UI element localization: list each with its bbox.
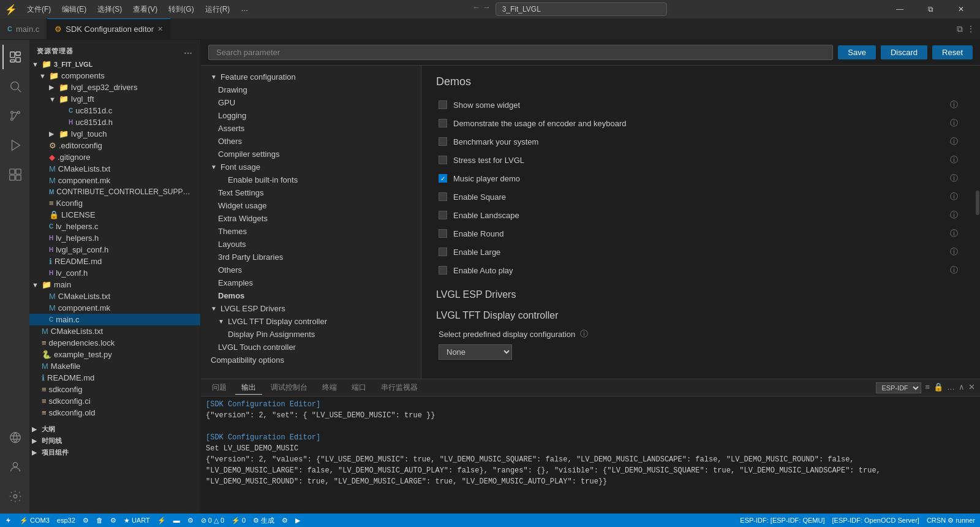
status-trash[interactable]: 🗑 xyxy=(96,517,103,524)
activity-search[interactable] xyxy=(2,74,27,99)
tree-item-lv-helpers-c[interactable]: ▶ C lv_helpers.c xyxy=(29,221,200,232)
terminal-tab-debug[interactable]: 调试控制台 xyxy=(265,381,314,394)
more-actions-icon[interactable]: ⋮ xyxy=(967,24,975,34)
activity-explorer[interactable] xyxy=(2,45,27,69)
checkbox-enable-autoplay[interactable] xyxy=(439,266,447,275)
tab-close-sdk[interactable]: ✕ xyxy=(157,25,163,33)
tree-item-sdkconfig-ci[interactable]: ▶ ≡ sdkconfig.ci xyxy=(29,395,200,407)
tree-item-component-mk[interactable]: ▶ M component.mk xyxy=(29,175,200,186)
activity-account[interactable] xyxy=(2,455,27,479)
tree-item-uc8151d-h[interactable]: ▶ H uc8151d.h xyxy=(29,116,200,128)
activity-extensions[interactable] xyxy=(2,162,27,187)
info-stress-test[interactable]: ⓘ xyxy=(950,154,958,165)
discard-button[interactable]: Discard xyxy=(881,45,927,59)
nav-forward-btn[interactable]: → xyxy=(483,2,491,16)
global-search-input[interactable] xyxy=(496,2,667,16)
tree-item-cmake-lists2[interactable]: ▶ M CMakeLists.txt xyxy=(29,325,200,337)
nav-asserts[interactable]: Asserts xyxy=(201,122,421,135)
tree-item-lv-spi[interactable]: ▶ H lvgl_spi_conf.h xyxy=(29,244,200,256)
tree-item-sdkconfig[interactable]: ▶ ≡ sdkconfig xyxy=(29,384,200,395)
activity-settings[interactable] xyxy=(2,484,27,509)
nav-3rd-party[interactable]: 3rd Party Libraries xyxy=(201,251,421,264)
nav-others2[interactable]: Others xyxy=(201,264,421,276)
tree-item-lvgl-touch[interactable]: ▶ 📁 lvgl_touch xyxy=(29,128,200,140)
checkbox-enable-square[interactable] xyxy=(439,192,447,201)
nav-lvgl-esp-drivers[interactable]: ▼ LVGL ESP Drivers xyxy=(201,302,421,315)
info-demo-encoder[interactable]: ⓘ xyxy=(950,118,958,129)
checkbox-music-player[interactable]: ✓ xyxy=(439,174,447,183)
tree-item-main-folder[interactable]: ▼ 📁 main xyxy=(29,279,200,290)
status-settings1[interactable]: ⚙ xyxy=(83,517,89,525)
tree-item-main-c[interactable]: ▶ C main.c xyxy=(29,314,200,325)
status-flash2[interactable]: ⚙ xyxy=(282,517,288,525)
info-enable-round[interactable]: ⓘ xyxy=(950,228,958,239)
terminal-tab-problems[interactable]: 问题 xyxy=(206,381,233,394)
tree-item-license[interactable]: ▶ 🔒 LICENSE xyxy=(29,209,200,221)
checkbox-stress-test[interactable] xyxy=(439,156,447,164)
menu-file[interactable]: 文件(F) xyxy=(22,3,56,16)
nav-lvgl-tft-display[interactable]: ▼ LVGL TFT Display controller xyxy=(201,315,421,328)
tree-item-uc8151d-c[interactable]: ▶ C uc8151d.c xyxy=(29,105,200,116)
nav-widget-usage[interactable]: Widget usage xyxy=(201,199,421,212)
status-errors[interactable]: ⊘ 0 △ 0 xyxy=(201,517,224,525)
nav-demos[interactable]: Demos xyxy=(201,289,421,302)
status-settings2[interactable]: ⚙ xyxy=(110,517,116,525)
nav-font-usage[interactable]: ▼ Font usage xyxy=(201,161,421,173)
tree-item-components[interactable]: ▼ 📁 components xyxy=(29,70,200,82)
nav-touch-ctrl[interactable]: LVGL Touch controller xyxy=(201,341,421,354)
tree-item-lvgl-esp32[interactable]: ▶ 📁 lvgl_esp32_drivers xyxy=(29,82,200,93)
menu-goto[interactable]: 转到(G) xyxy=(164,3,198,16)
terminal-tab-ports[interactable]: 端口 xyxy=(345,381,372,394)
sidebar-more-btn[interactable]: … xyxy=(184,46,193,56)
menu-run[interactable]: 运行(R) xyxy=(200,3,235,16)
nav-logging[interactable]: Logging xyxy=(201,109,421,122)
status-monitor[interactable]: ▬ xyxy=(173,517,180,524)
nav-extra-widgets[interactable]: Extra Widgets xyxy=(201,212,421,225)
nav-compiler-settings[interactable]: Compiler settings xyxy=(201,148,421,161)
menu-edit[interactable]: 编辑(E) xyxy=(57,3,91,16)
nav-drawing[interactable]: Drawing xyxy=(201,83,421,96)
project-group-header[interactable]: ▶ 项目组件 xyxy=(29,447,200,458)
status-lint[interactable]: ⚡ 0 xyxy=(232,517,246,525)
terminal-close-icon[interactable]: ✕ xyxy=(968,382,975,393)
tree-item-sdkconfig-old[interactable]: ▶ ≡ sdkconfig.old xyxy=(29,407,200,419)
tree-item-lv-helpers-h[interactable]: ▶ H lv_helpers.h xyxy=(29,232,200,244)
checkbox-enable-round[interactable] xyxy=(439,229,447,238)
close-btn[interactable]: ✕ xyxy=(947,0,975,18)
tree-item-kconfig[interactable]: ▶ ≡ Kconfig xyxy=(29,197,200,209)
tree-item-example-test[interactable]: ▶ 🐍 example_test.py xyxy=(29,349,200,360)
checkbox-show-widget[interactable] xyxy=(439,100,447,109)
status-debug2[interactable]: ▶ xyxy=(295,517,300,525)
tree-item-lvgl-tft[interactable]: ▼ 📁 lvgl_tft xyxy=(29,93,200,105)
status-openocd[interactable]: [ESP-IDF: OpenOCD Server] xyxy=(832,517,919,524)
activity-git[interactable] xyxy=(2,104,27,128)
info-enable-landscape[interactable]: ⓘ xyxy=(950,210,958,221)
status-crlf[interactable]: CRSN ⚙ runner xyxy=(927,517,975,525)
nav-layouts[interactable]: Layouts xyxy=(201,238,421,251)
terminal-tab-serial[interactable]: 串行监视器 xyxy=(375,381,424,394)
info-music-player[interactable]: ⓘ xyxy=(950,173,958,184)
checkbox-benchmark[interactable] xyxy=(439,137,447,146)
terminal-tab-terminal[interactable]: 终端 xyxy=(316,381,343,394)
select-display-config[interactable]: None xyxy=(439,344,512,360)
checkbox-demo-encoder[interactable] xyxy=(439,119,447,127)
tree-item-root[interactable]: ▼ 📁 3_FIT_LVGL xyxy=(29,58,200,70)
panel-scrollbar[interactable] xyxy=(975,66,980,379)
restore-btn[interactable]: ⧉ xyxy=(916,0,944,18)
nav-built-in-fonts[interactable]: Enable built-in fonts xyxy=(201,173,421,186)
tree-item-contribute[interactable]: ▶ M CONTRIBUTE_CONTROLLER_SUPP… xyxy=(29,186,200,197)
info-show-widget[interactable]: ⓘ xyxy=(950,99,958,110)
nav-back-btn[interactable]: ← xyxy=(472,2,480,16)
status-flash[interactable]: ⚡ xyxy=(157,517,166,525)
checkbox-enable-landscape[interactable] xyxy=(439,211,447,219)
tab-sdk-config[interactable]: ⚙ SDK Configuration editor ✕ xyxy=(47,18,171,39)
tree-item-deps[interactable]: ▶ ≡ dependencies.lock xyxy=(29,337,200,349)
save-button[interactable]: Save xyxy=(838,45,876,59)
checkbox-enable-large[interactable] xyxy=(439,248,447,256)
tree-item-component-main[interactable]: ▶ M component.mk xyxy=(29,302,200,314)
menu-more[interactable]: … xyxy=(236,3,253,16)
tree-item-lv-conf[interactable]: ▶ H lv_conf.h xyxy=(29,267,200,279)
terminal-list-icon[interactable]: ≡ xyxy=(925,382,930,393)
tree-item-readme-main[interactable]: ▶ ℹ README.md xyxy=(29,372,200,384)
nav-others1[interactable]: Others xyxy=(201,135,421,148)
